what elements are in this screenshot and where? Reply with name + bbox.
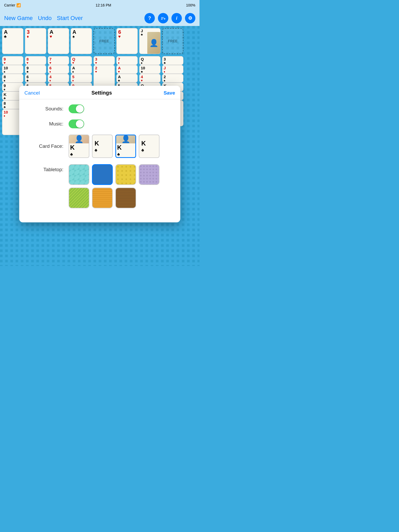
tabletop-purple[interactable] [139,164,159,185]
card-face-row: Card Face: 👤 K ♠ K ♠ [27,135,172,158]
tabletop-row: Tabletop: [27,164,172,208]
card-face-k-2: K [95,140,99,147]
tabletop-yellow[interactable] [115,164,136,185]
tabletop-options-row2 [69,188,159,208]
music-row: Music: [27,119,172,128]
sounds-toggle-knob [76,105,84,113]
card-face-k-1: K [70,144,75,151]
card-face-label: Card Face: [27,143,63,149]
card-face-option-4[interactable]: K ♠ [139,135,159,158]
card-face-bottom-1: K ♠ [69,143,89,158]
sounds-toggle[interactable] [69,104,84,113]
card-face-spade-4: ♠ [141,147,144,153]
sounds-row: Sounds: [27,104,172,113]
modal-body: Sounds: Music: Card Face: 👤 [19,99,180,222]
tabletop-orange[interactable] [92,188,113,208]
card-face-option-3[interactable]: 👤 K ♠ [115,135,136,158]
music-label: Music: [27,121,63,127]
modal-overlay: Cancel Settings Save Sounds: Music: Card [0,0,200,266]
tabletop-teal[interactable] [69,164,89,185]
card-face-spade-1: ♠ [70,151,73,157]
sounds-label: Sounds: [27,106,63,112]
card-face-option-2[interactable]: K ♠ [92,135,113,158]
modal-title: Settings [91,90,112,96]
card-face-bottom-3: K ♠ [116,143,135,158]
card-face-option-1[interactable]: 👤 K ♠ [69,135,89,158]
music-toggle-knob [76,120,84,128]
cancel-button[interactable]: Cancel [24,90,40,96]
modal-header: Cancel Settings Save [19,86,180,99]
card-face-portrait-1: 👤 [69,135,89,143]
card-face-k-3: K [117,144,122,151]
tabletop-green[interactable] [69,188,89,208]
card-face-options: 👤 K ♠ K ♠ 👤 K [69,135,159,158]
card-face-portrait-3: 👤 [116,135,135,143]
tabletop-options-row1 [69,164,159,185]
tabletop-wood[interactable] [115,188,136,208]
music-toggle[interactable] [69,119,84,128]
save-button[interactable]: Save [164,90,175,96]
card-face-k-4: K [141,140,146,147]
card-face-spade-3: ♠ [117,151,120,157]
tabletop-blue[interactable] [92,164,113,185]
settings-modal: Cancel Settings Save Sounds: Music: Card [19,86,180,222]
card-face-spade-2: ♠ [95,147,97,153]
tabletop-label: Tabletop: [27,167,63,172]
tabletop-options-container [69,164,159,208]
